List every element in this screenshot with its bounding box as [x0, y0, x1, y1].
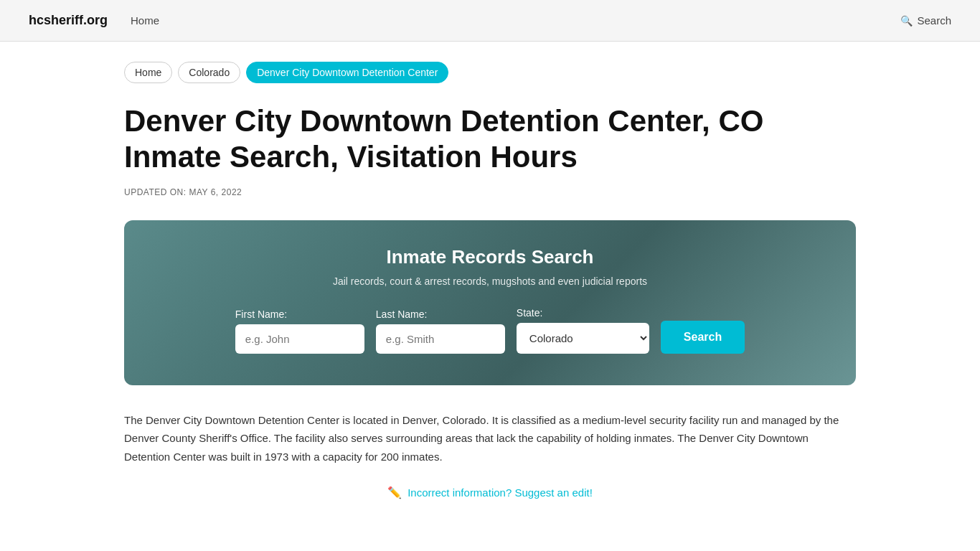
nav-search-button[interactable]: 🔍 Search [900, 14, 951, 27]
first-name-label: First Name: [235, 309, 287, 320]
site-logo[interactable]: hcsheriff.org [29, 13, 108, 28]
breadcrumb-current[interactable]: Denver City Downtown Detention Center [246, 62, 448, 83]
state-select[interactable]: AlabamaAlaskaArizonaArkansasCaliforniaCo… [517, 323, 649, 354]
search-box-title: Inmate Records Search [153, 246, 827, 268]
suggest-edit-link[interactable]: ✏️ Incorrect information? Suggest an edi… [124, 486, 856, 499]
search-button[interactable]: Search [661, 321, 745, 354]
last-name-label: Last Name: [376, 309, 428, 320]
last-name-group: Last Name: [376, 309, 505, 354]
inmate-search-box: Inmate Records Search Jail records, cour… [124, 220, 856, 385]
main-content: Home Colorado Denver City Downtown Deten… [95, 42, 885, 542]
search-form: First Name: Last Name: State: AlabamaAla… [153, 307, 827, 354]
search-box-subtitle: Jail records, court & arrest records, mu… [153, 276, 827, 287]
updated-on: UPDATED ON: MAY 6, 2022 [124, 187, 856, 197]
breadcrumb-home[interactable]: Home [124, 62, 172, 83]
pencil-icon: ✏️ [387, 486, 402, 499]
suggest-edit-label: Incorrect information? Suggest an edit! [407, 486, 593, 499]
nav-left: hcsheriff.org Home [29, 13, 159, 28]
navigation: hcsheriff.org Home 🔍 Search [0, 0, 980, 42]
first-name-group: First Name: [235, 309, 364, 354]
state-group: State: AlabamaAlaskaArizonaArkansasCalif… [517, 307, 649, 354]
nav-home-link[interactable]: Home [131, 14, 159, 27]
first-name-input[interactable] [235, 324, 364, 354]
nav-search-label: Search [917, 14, 951, 27]
search-icon: 🔍 [900, 15, 913, 27]
breadcrumb-colorado[interactable]: Colorado [178, 62, 240, 83]
page-title: Denver City Downtown Detention Center, C… [124, 103, 856, 176]
breadcrumb: Home Colorado Denver City Downtown Deten… [124, 62, 856, 83]
state-label: State: [517, 307, 543, 319]
description-text: The Denver City Downtown Detention Cente… [124, 411, 856, 466]
last-name-input[interactable] [376, 324, 505, 354]
